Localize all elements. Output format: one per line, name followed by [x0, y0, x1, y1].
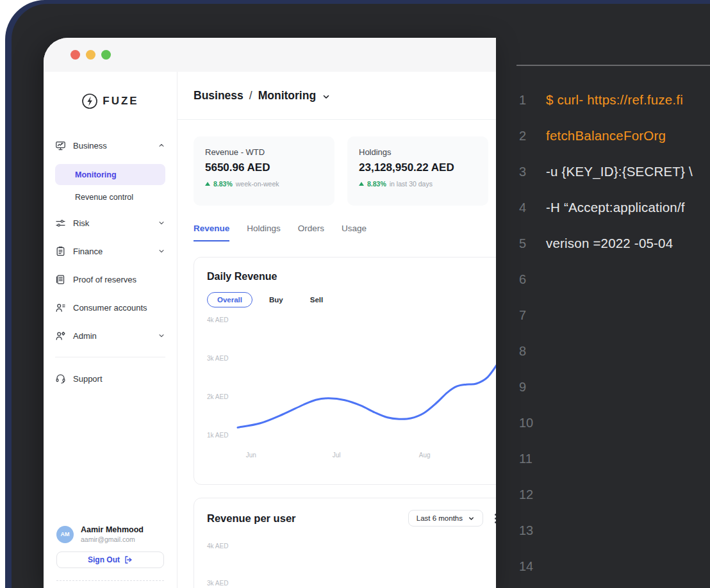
- breadcrumb-item-business[interactable]: Business: [194, 89, 244, 102]
- chevron-down-icon: [158, 332, 165, 339]
- window-body: FUZE BusinessMonitoringRevenue controlRi…: [44, 72, 496, 588]
- stat-value: 23,128,950.22 AED: [359, 161, 477, 174]
- code-line-text: $ curl- https://ref.fuze.fi: [546, 92, 683, 108]
- code-line-number: 1: [519, 93, 538, 108]
- stat-label: Holdings: [359, 147, 477, 157]
- chart-filter-pills: OverallBuySell: [207, 292, 496, 307]
- sidebar-item-proof-of-reserves[interactable]: Proof of reserves: [55, 270, 165, 289]
- sidebar-item-consumer-accounts[interactable]: Consumer accounts: [55, 298, 165, 317]
- sidebar-nav: BusinessMonitoringRevenue controlRiskFin…: [44, 136, 177, 388]
- code-panel-divider: [516, 65, 710, 66]
- tab-revenue[interactable]: Revenue: [194, 224, 229, 241]
- code-line-text: -H “Accept:application/f: [546, 200, 685, 215]
- sidebar-bottom-divider: [56, 580, 164, 588]
- daily-revenue-line-chart: 4k AED3k AED2k AED1k AEDJunJulAug: [207, 311, 496, 465]
- chevron-down-icon: [158, 247, 165, 255]
- sidebar-subitem-monitoring[interactable]: Monitoring: [55, 164, 165, 185]
- code-line: 13: [519, 512, 710, 548]
- chevron-down-icon: [158, 219, 165, 227]
- user-row: AM Aamir Mehmood aamir@gmail.com: [56, 525, 164, 543]
- sidebar-item-admin[interactable]: Admin: [55, 326, 165, 345]
- chevron-down-icon[interactable]: [322, 92, 331, 101]
- code-line-number: 14: [519, 559, 538, 574]
- stats-row: Revenue - WTD 5650.96 AED 8.83% week-on-…: [194, 136, 496, 206]
- code-line: 10: [519, 405, 710, 441]
- filter-pill-buy[interactable]: Buy: [259, 292, 293, 307]
- sidebar-item-business[interactable]: Business: [55, 136, 165, 155]
- delta-note: in last 30 days: [390, 180, 433, 188]
- monitoring-content: Revenue - WTD 5650.96 AED 8.83% week-on-…: [178, 120, 496, 588]
- delta-percent: 8.83%: [213, 180, 233, 188]
- traffic-light-close-icon[interactable]: [70, 50, 80, 60]
- code-line-number: 6: [519, 272, 538, 287]
- code-snippet: 1$ curl- https://ref.fuze.fi2fetchBalanc…: [519, 82, 710, 584]
- business-monitor-icon: [55, 140, 66, 151]
- traffic-light-zoom-icon[interactable]: [101, 50, 111, 60]
- code-line-text: fetchBalanceForOrg: [546, 128, 666, 143]
- code-line: 8: [519, 333, 710, 369]
- tab-holdings[interactable]: Holdings: [247, 224, 281, 241]
- consumer-accounts-icon: [55, 302, 66, 313]
- sign-out-button[interactable]: Sign Out: [56, 551, 164, 568]
- y-axis-tick: 4k AED: [207, 316, 228, 323]
- dashboard-window: FUZE BusinessMonitoringRevenue controlRi…: [44, 38, 496, 588]
- stat-label: Revenue - WTD: [205, 147, 323, 157]
- daily-revenue-card: Daily Revenue OverallBuySell 4k AED3k AE…: [194, 257, 496, 485]
- user-block: AM Aamir Mehmood aamir@gmail.com Sign Ou…: [56, 525, 164, 588]
- tab-orders[interactable]: Orders: [298, 224, 324, 241]
- filter-pill-sell[interactable]: Sell: [300, 292, 333, 307]
- x-axis-tick: Jun: [246, 452, 256, 459]
- kebab-menu-icon[interactable]: [495, 514, 496, 523]
- sidebar-item-risk[interactable]: Risk: [55, 213, 165, 233]
- code-line-number: 9: [519, 380, 538, 395]
- sidebar: FUZE BusinessMonitoringRevenue controlRi…: [44, 72, 178, 588]
- code-line-number: 11: [519, 452, 538, 466]
- sidebar-item-label: Consumer accounts: [73, 303, 165, 313]
- avatar: AM: [56, 526, 74, 543]
- sidebar-item-support[interactable]: Support: [55, 369, 165, 388]
- delta-up-icon: [359, 182, 364, 186]
- chevron-down-icon: [468, 515, 475, 522]
- code-line-number: 10: [519, 416, 538, 430]
- code-line-number: 5: [519, 236, 538, 251]
- x-axis-tick: Aug: [419, 452, 431, 459]
- code-line: 5verison =2022 -05-04: [519, 225, 710, 261]
- code-line: 12: [519, 477, 710, 512]
- code-line: 14: [519, 548, 710, 584]
- code-line: 6: [519, 261, 710, 297]
- code-line-number: 7: [519, 308, 538, 323]
- delta-percent: 8.83%: [367, 180, 386, 188]
- logout-icon: [124, 556, 133, 564]
- sidebar-item-label: Risk: [73, 218, 151, 228]
- user-email: aamir@gmail.com: [81, 535, 144, 543]
- code-line: 2fetchBalanceForOrg: [519, 118, 710, 154]
- revenue-per-user-card: Revenue per user Last 6 months 4k AED 3k…: [194, 498, 496, 588]
- revenue-line-series: [238, 348, 496, 428]
- lightning-bolt-icon: [81, 93, 98, 110]
- sign-out-label: Sign Out: [88, 555, 120, 564]
- code-line: 11: [519, 441, 710, 477]
- headset-icon: [55, 373, 66, 384]
- code-line: 7: [519, 297, 710, 333]
- delta-note: week-on-week: [236, 180, 279, 188]
- breadcrumb-item-monitoring[interactable]: Monitoring: [258, 89, 316, 102]
- filter-pill-overall[interactable]: Overall: [207, 292, 252, 307]
- traffic-light-minimize-icon[interactable]: [86, 50, 95, 60]
- code-line-number: 2: [519, 129, 538, 143]
- range-select-button[interactable]: Last 6 months: [408, 510, 483, 527]
- sidebar-item-label: Proof of reserves: [73, 275, 165, 284]
- sidebar-divider: [55, 357, 165, 357]
- code-line: 9: [519, 369, 710, 405]
- code-line-number: 13: [519, 523, 538, 538]
- logo-wordmark: FUZE: [103, 95, 138, 108]
- sidebar-item-finance[interactable]: Finance: [55, 241, 165, 261]
- risk-sliders-icon: [55, 218, 66, 229]
- window-titlebar: [44, 38, 496, 72]
- sidebar-item-label: Support: [73, 374, 165, 384]
- sidebar-subitem-revenue-control[interactable]: Revenue control: [55, 188, 165, 207]
- section-tabs: RevenueHoldingsOrdersUsage: [194, 224, 496, 241]
- stat-card-holdings: Holdings 23,128,950.22 AED 8.83% in last…: [347, 136, 488, 206]
- chevron-up-icon: [158, 142, 165, 149]
- y-axis-tick: 4k AED: [207, 543, 496, 550]
- tab-usage[interactable]: Usage: [342, 224, 367, 241]
